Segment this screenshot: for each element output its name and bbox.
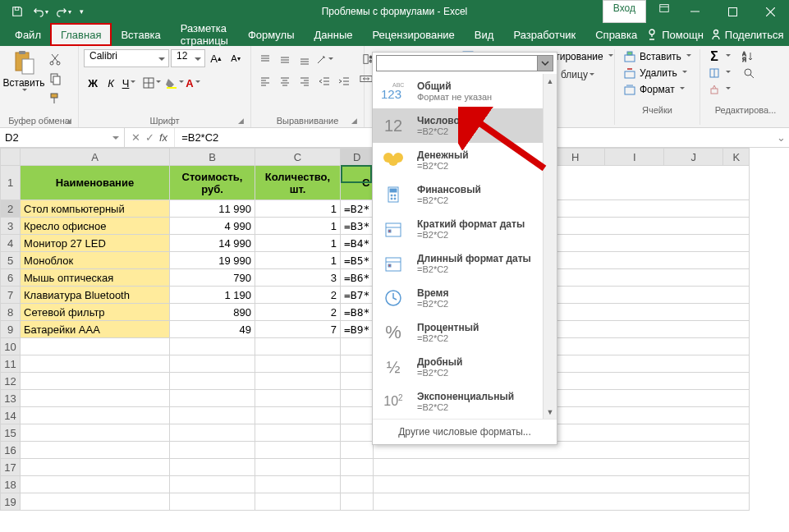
- italic-button[interactable]: К: [102, 74, 120, 92]
- close-button[interactable]: [751, 0, 789, 23]
- cell[interactable]: Сетевой фильтр: [21, 304, 170, 321]
- align-left-icon[interactable]: [256, 72, 274, 90]
- tab-pagelayout[interactable]: Разметка страницы: [171, 24, 238, 45]
- nf-scientific[interactable]: 102 Экспоненциальный=B2*C2: [373, 384, 557, 419]
- login-button[interactable]: Вход: [603, 0, 646, 23]
- clear-icon[interactable]: [706, 82, 785, 97]
- row-header[interactable]: 14: [1, 407, 21, 424]
- cell[interactable]: С: [341, 166, 374, 200]
- tab-review[interactable]: Рецензирование: [362, 24, 464, 45]
- insert-function-icon[interactable]: fx: [159, 131, 167, 144]
- maximize-button[interactable]: [713, 0, 751, 23]
- cell[interactable]: 1: [255, 235, 341, 252]
- cell[interactable]: Мышь оптическая: [21, 269, 170, 287]
- tab-formulas[interactable]: Формулы: [238, 24, 305, 45]
- scroll-up-icon[interactable]: ▲: [544, 74, 557, 88]
- row-header[interactable]: 5: [1, 252, 21, 269]
- cell[interactable]: 890: [170, 304, 255, 321]
- tab-view[interactable]: Вид: [465, 24, 504, 45]
- cells-delete-button[interactable]: Удалить: [622, 66, 693, 80]
- select-all-corner[interactable]: [1, 149, 21, 166]
- find-select-icon[interactable]: [742, 66, 755, 80]
- nf-general[interactable]: ABC123 ОбщийФормат не указан: [373, 74, 557, 108]
- row-header[interactable]: 17: [1, 459, 21, 476]
- row-header[interactable]: 15: [1, 424, 21, 442]
- row-header[interactable]: 8: [1, 304, 21, 321]
- tab-home[interactable]: Главная: [51, 24, 111, 45]
- font-dialog-launcher[interactable]: ◢: [238, 117, 244, 125]
- row-header[interactable]: 10: [1, 338, 21, 355]
- minimize-button[interactable]: [676, 0, 713, 23]
- bold-button[interactable]: Ж: [84, 74, 102, 92]
- row-header[interactable]: 11: [1, 355, 21, 373]
- name-box-input[interactable]: [5, 131, 119, 144]
- copy-icon[interactable]: [46, 71, 64, 87]
- nf-accounting[interactable]: Финансовый=B2*C2: [373, 177, 557, 212]
- col-header[interactable]: I: [605, 149, 664, 166]
- cell[interactable]: Клавиатура Bluetooth: [21, 287, 170, 304]
- tab-data[interactable]: Данные: [305, 24, 363, 45]
- alignment-dialog-launcher[interactable]: ◢: [351, 117, 357, 125]
- increase-indent-icon[interactable]: [335, 72, 353, 90]
- row-header[interactable]: 12: [1, 373, 21, 390]
- cell[interactable]: =B3*: [341, 218, 374, 235]
- cell[interactable]: 3: [255, 269, 341, 287]
- cell[interactable]: Кресло офисное: [21, 218, 170, 235]
- cell[interactable]: 11 990: [170, 200, 255, 218]
- nf-long-date[interactable]: Длинный формат даты=B2*C2: [373, 246, 557, 281]
- nf-currency[interactable]: Денежный=B2*C2: [373, 143, 557, 177]
- cell[interactable]: 2: [255, 304, 341, 321]
- cell[interactable]: Монитор 27 LED: [21, 235, 170, 252]
- row-header[interactable]: 2: [1, 200, 21, 218]
- tab-developer[interactable]: Разработчик: [503, 24, 585, 45]
- row-header[interactable]: 13: [1, 390, 21, 407]
- font-size-combo[interactable]: 12: [171, 49, 205, 67]
- col-header[interactable]: A: [21, 149, 170, 166]
- border-icon[interactable]: [143, 74, 161, 92]
- cell[interactable]: =B4*: [341, 235, 374, 252]
- align-bottom-icon[interactable]: [296, 51, 314, 69]
- cell[interactable]: 7: [255, 321, 341, 338]
- cell[interactable]: =B7*: [341, 287, 374, 304]
- scroll-down-icon[interactable]: ▼: [544, 405, 557, 419]
- row-header[interactable]: 16: [1, 442, 21, 459]
- cell[interactable]: 1 190: [170, 287, 255, 304]
- cell[interactable]: 49: [170, 321, 255, 338]
- qat-customize-icon[interactable]: ▾: [76, 2, 87, 21]
- share-button[interactable]: Поделиться: [710, 29, 784, 41]
- cell[interactable]: 19 990: [170, 252, 255, 269]
- align-middle-icon[interactable]: [276, 51, 294, 69]
- expand-formula-bar-icon[interactable]: ⌄: [773, 131, 789, 144]
- cell[interactable]: 1: [255, 218, 341, 235]
- tell-me[interactable]: Помощн: [647, 29, 704, 41]
- row-header[interactable]: 19: [1, 493, 21, 511]
- nf-time[interactable]: Время=B2*C2: [373, 281, 557, 315]
- name-box[interactable]: [0, 128, 125, 147]
- nf-fraction[interactable]: ½ Дробный=B2*C2: [373, 350, 557, 384]
- decrease-indent-icon[interactable]: [315, 72, 333, 90]
- cut-icon[interactable]: [46, 51, 64, 67]
- cell[interactable]: =B6*: [341, 269, 374, 287]
- orientation-icon[interactable]: [315, 51, 333, 69]
- tab-insert[interactable]: Вставка: [111, 24, 170, 45]
- cell[interactable]: 1: [255, 252, 341, 269]
- col-header[interactable]: K: [723, 149, 750, 166]
- tab-help[interactable]: Справка: [585, 24, 647, 45]
- redo-icon[interactable]: ▾: [53, 2, 74, 21]
- cancel-formula-icon[interactable]: ✕: [131, 131, 140, 144]
- nf-number[interactable]: 12 Числовой=B2*C2: [373, 108, 557, 143]
- font-name-combo[interactable]: Calibri: [84, 49, 169, 67]
- cell[interactable]: Стол компьютерный: [21, 200, 170, 218]
- enter-formula-icon[interactable]: ✓: [145, 131, 154, 144]
- row-header[interactable]: 1: [1, 166, 21, 200]
- cells-insert-button[interactable]: Вставить: [622, 49, 693, 64]
- number-format-combo[interactable]: [376, 55, 538, 71]
- cell[interactable]: =B9*: [341, 321, 374, 338]
- cell[interactable]: Наименование: [21, 166, 170, 200]
- cell[interactable]: 4 990: [170, 218, 255, 235]
- cell[interactable]: Моноблок: [21, 252, 170, 269]
- ribbon-display-icon[interactable]: [656, 0, 672, 16]
- row-header[interactable]: 9: [1, 321, 21, 338]
- cell[interactable]: =B2*: [341, 200, 374, 218]
- row-header[interactable]: 6: [1, 269, 21, 287]
